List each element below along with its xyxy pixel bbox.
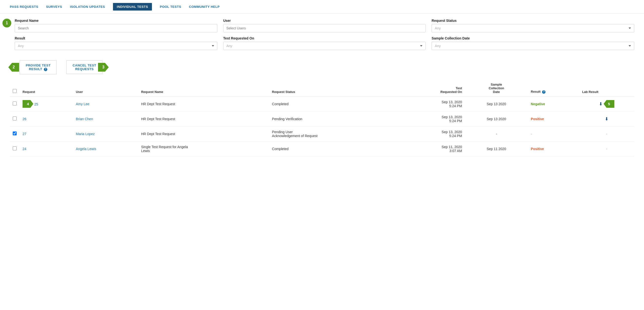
row-request-num: 27 <box>20 126 73 141</box>
request-name-filter: Request Name <box>15 19 217 32</box>
result-info-icon: ? <box>542 90 546 94</box>
requests-table: Request User Request Name Request Status… <box>10 80 634 156</box>
step-4-badge: 4 <box>22 100 33 108</box>
step-1-badge: 1 <box>2 19 11 28</box>
provide-test-result-button[interactable]: PROVIDE TEST RESULT ? <box>20 60 56 74</box>
user-link[interactable]: Angela Lewis <box>76 147 96 151</box>
header-result: Result ? <box>528 80 579 96</box>
test-requested-on-filter: Test Requested On Any <box>223 36 426 50</box>
select-all-checkbox[interactable] <box>13 89 17 93</box>
row-sample-collection-date: - <box>465 126 528 141</box>
header-request-name: Request Name <box>138 80 269 96</box>
row-checkbox-cell[interactable] <box>10 111 20 126</box>
request-name-input[interactable] <box>15 24 217 32</box>
row-user[interactable]: Angela Lewis <box>73 141 138 156</box>
header-select-all[interactable] <box>10 80 20 96</box>
result-label: Result <box>15 36 217 40</box>
table-row: 425Amy LeeHR Dept Test RequestCompletedS… <box>10 96 634 112</box>
sample-collection-date-select[interactable]: Any <box>432 42 634 50</box>
row-request-status: Pending User Acknowledgement of Request <box>269 126 397 141</box>
row-checkbox[interactable] <box>13 146 17 150</box>
step-2-wrap: 2 PROVIDE TEST RESULT ? <box>15 60 56 74</box>
filter-row-2: Result Any Test Requested On Any Sample … <box>15 36 634 50</box>
row-lab-result[interactable]: ⬇ <box>579 111 634 126</box>
row-request-status: Pending Verification <box>269 111 397 126</box>
table-header: Request User Request Name Request Status… <box>10 80 634 96</box>
row-result: Positive <box>528 141 579 156</box>
nav-individual-tests[interactable]: INDIVIDUAL TESTS <box>113 3 152 11</box>
row-checkbox-cell[interactable] <box>10 96 20 112</box>
header-request-status: Request Status <box>269 80 397 96</box>
test-requested-on-label: Test Requested On <box>223 36 426 40</box>
row-sample-collection-date: Sep 13 2020 <box>465 96 528 112</box>
row-result: Positive <box>528 111 579 126</box>
row-request-num: 425 <box>20 96 73 112</box>
nav-pool-tests[interactable]: POOL TESTS <box>160 4 181 10</box>
row-checkbox[interactable] <box>13 102 17 105</box>
user-filter: User <box>223 19 426 32</box>
row-user[interactable]: Brian Chen <box>73 111 138 126</box>
nav-pass-requests[interactable]: PASS REQUESTS <box>10 4 38 10</box>
row-request-num: 24 <box>20 141 73 156</box>
sample-collection-date-filter: Sample Collection Date Any <box>432 36 634 50</box>
row-user[interactable]: Amy Lee <box>73 96 138 112</box>
result-select[interactable]: Any <box>15 42 217 50</box>
row-result: - <box>528 126 579 141</box>
header-sample-collection-date: Sample Collection Date <box>465 80 528 96</box>
user-link[interactable]: Maria Lopez <box>76 132 94 136</box>
step-3-badge: 3 <box>98 63 109 72</box>
row-request-name: HR Dept Test Request <box>138 96 269 112</box>
table-row: 24Angela LewisSingle Test Request for An… <box>10 141 634 156</box>
request-status-label: Request Status <box>432 19 634 23</box>
table-row: 27Maria LopezHR Dept Test RequestPending… <box>10 126 634 141</box>
row-request-name: HR Dept Test Request <box>138 111 269 126</box>
request-number-link[interactable]: 27 <box>22 132 26 136</box>
sample-collection-date-label: Sample Collection Date <box>432 36 634 40</box>
row-request-name: Single Test Request for Angela Lewis <box>138 141 269 156</box>
table-section: Request User Request Name Request Status… <box>0 80 644 156</box>
request-number-link[interactable]: 25 <box>34 102 38 106</box>
step-5-badge: 5 <box>604 100 614 108</box>
row-test-requested-on: Sep 11, 2020 3:07 AM <box>397 141 465 156</box>
row-checkbox-cell[interactable] <box>10 126 20 141</box>
row-user[interactable]: Maria Lopez <box>73 126 138 141</box>
request-number-link[interactable]: 26 <box>22 117 26 121</box>
row-test-requested-on: Sep 13, 2020 5:24 PM <box>397 126 465 141</box>
cancel-test-requests-button[interactable]: CANCEL TEST REQUESTS <box>66 60 102 74</box>
row-lab-result: - <box>579 141 634 156</box>
button-row: 2 PROVIDE TEST RESULT ? CANCEL TEST REQU… <box>0 60 644 74</box>
header-test-requested-on: Test Requested On <box>397 80 465 96</box>
row-test-requested-on: Sep 13, 2020 5:24 PM <box>397 111 465 126</box>
row-checkbox[interactable] <box>13 117 17 120</box>
request-status-select[interactable]: Any <box>432 24 634 32</box>
row-request-name: HR Dept Test Request <box>138 126 269 141</box>
request-status-filter: Request Status Any <box>432 19 634 32</box>
row-lab-result[interactable]: ⬇5 <box>579 96 634 112</box>
request-number-link[interactable]: 24 <box>22 147 26 151</box>
row-request-status: Completed <box>269 141 397 156</box>
row-lab-result: - <box>579 126 634 141</box>
user-input[interactable] <box>223 24 426 32</box>
user-link[interactable]: Amy Lee <box>76 102 89 106</box>
nav-surveys[interactable]: SURVEYS <box>46 4 62 10</box>
navigation: PASS REQUESTS SURVEYS ISOLATION UPDATES … <box>0 0 644 14</box>
nav-isolation-updates[interactable]: ISOLATION UPDATES <box>70 4 105 10</box>
step-3-wrap: CANCEL TEST REQUESTS 3 <box>66 60 102 74</box>
row-sample-collection-date: Sep 11 2020 <box>465 141 528 156</box>
header-request: Request <box>20 80 73 96</box>
row-checkbox-cell[interactable] <box>10 141 20 156</box>
download-icon[interactable]: ⬇ <box>605 117 608 121</box>
user-link[interactable]: Brian Chen <box>76 117 93 121</box>
row-request-status: Completed <box>269 96 397 112</box>
row-checkbox[interactable] <box>13 131 17 135</box>
user-label: User <box>223 19 426 23</box>
download-icon[interactable]: ⬇ <box>599 101 602 106</box>
row-sample-collection-date: Sep 13 2020 <box>465 111 528 126</box>
filter-row-1: Request Name User Request Status Any <box>15 19 634 32</box>
result-filter: Result Any <box>15 36 217 50</box>
filter-section: 1 Request Name User Request Status Any R… <box>0 14 644 56</box>
row-test-requested-on: Sep 13, 2020 5:24 PM <box>397 96 465 112</box>
nav-community-help[interactable]: COMMUNITY HELP <box>189 4 220 10</box>
test-requested-on-select[interactable]: Any <box>223 42 426 50</box>
row-result: Negative <box>528 96 579 112</box>
